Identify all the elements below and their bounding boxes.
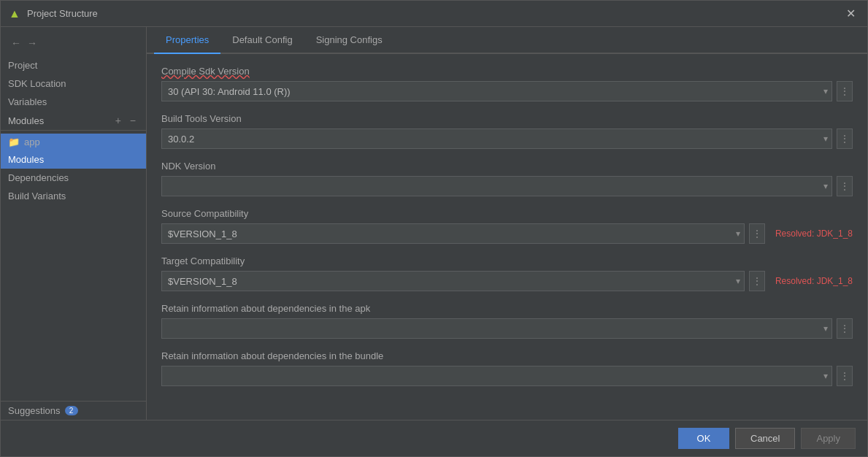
retain-apk-row: ▾ ⋮ (161, 318, 853, 339)
ndk-version-select[interactable] (161, 176, 832, 196)
compile-sdk-version-row: 30 (API 30: Android 11.0 (R)) ▾ ⋮ (161, 81, 853, 101)
build-tools-version-label: Build Tools Version (161, 113, 853, 124)
tab-signing-configs[interactable]: Signing Configs (304, 27, 394, 54)
close-button[interactable]: ✕ (842, 7, 860, 21)
modules-label: Modules (8, 154, 44, 165)
build-tools-version-row: 30.0.2 ▾ ⋮ (161, 128, 853, 149)
right-panel: Properties Default Config Signing Config… (147, 27, 867, 420)
module-app-entry[interactable]: 📁 app (1, 134, 146, 150)
suggestions-label: Suggestions (8, 405, 61, 416)
target-compatibility-group: Target Compatibility $VERSION_1_8 ▾ ⋮ Re… (161, 256, 853, 291)
ok-button[interactable]: OK (678, 428, 729, 449)
retain-apk-wrapper: ▾ (161, 318, 832, 339)
source-compatibility-action[interactable]: ⋮ (749, 223, 765, 244)
retain-bundle-label: Retain information about dependencies in… (161, 350, 853, 361)
retain-bundle-group: Retain information about dependencies in… (161, 350, 853, 386)
tab-content-properties: Compile Sdk Version 30 (API 30: Android … (147, 54, 867, 420)
target-compatibility-wrapper: $VERSION_1_8 ▾ (161, 271, 745, 291)
source-compatibility-select[interactable]: $VERSION_1_8 (161, 223, 745, 244)
compile-sdk-version-action[interactable]: ⋮ (837, 81, 853, 101)
project-label: Project (8, 60, 37, 71)
apply-button[interactable]: Apply (801, 428, 856, 449)
android-icon: ▲ (8, 7, 21, 20)
ndk-version-row: ▾ ⋮ (161, 176, 853, 196)
retain-bundle-wrapper: ▾ (161, 366, 832, 386)
module-app-label: app (24, 137, 40, 147)
build-tools-version-select[interactable]: 30.0.2 (161, 128, 832, 149)
compile-sdk-version-label: Compile Sdk Version (161, 66, 853, 77)
target-compatibility-select[interactable]: $VERSION_1_8 (161, 271, 745, 291)
build-tools-version-group: Build Tools Version 30.0.2 ▾ ⋮ (161, 113, 853, 149)
sidebar-item-dependencies[interactable]: Dependencies (1, 169, 146, 187)
sidebar-item-suggestions[interactable]: Suggestions 2 (1, 401, 146, 420)
modules-section-label: Modules (8, 115, 44, 126)
cancel-button[interactable]: Cancel (735, 428, 795, 449)
retain-bundle-action[interactable]: ⋮ (837, 366, 853, 386)
nav-back-button[interactable]: ← (8, 36, 24, 50)
add-module-button[interactable]: + (112, 114, 124, 127)
sdk-location-label: SDK Location (8, 78, 66, 89)
compile-sdk-version-group: Compile Sdk Version 30 (API 30: Android … (161, 66, 853, 101)
dependencies-label: Dependencies (8, 172, 69, 183)
target-compatibility-label: Target Compatibility (161, 256, 853, 266)
ndk-version-action[interactable]: ⋮ (837, 176, 853, 196)
target-compatibility-resolved: Resolved: JDK_1_8 (775, 276, 853, 286)
tab-properties[interactable]: Properties (154, 27, 220, 54)
retain-apk-group: Retain information about dependencies in… (161, 303, 853, 339)
dialog-title: Project Structure (27, 8, 842, 19)
retain-bundle-row: ▾ ⋮ (161, 366, 853, 386)
target-compatibility-action[interactable]: ⋮ (749, 271, 765, 291)
retain-apk-select[interactable] (161, 318, 832, 339)
sidebar: ← → Project SDK Location Variables Modul… (1, 27, 147, 420)
target-compatibility-row: $VERSION_1_8 ▾ ⋮ Resolved: JDK_1_8 (161, 271, 853, 291)
retain-apk-action[interactable]: ⋮ (837, 318, 853, 339)
suggestions-badge: 2 (65, 406, 78, 415)
tab-default-config[interactable]: Default Config (220, 27, 304, 54)
sidebar-item-modules[interactable]: Modules (1, 150, 146, 169)
build-tools-version-wrapper: 30.0.2 ▾ (161, 128, 832, 149)
sidebar-item-sdk-location[interactable]: SDK Location (1, 74, 146, 93)
ndk-version-label: NDK Version (161, 161, 853, 172)
main-content: ← → Project SDK Location Variables Modul… (1, 27, 867, 420)
remove-module-button[interactable]: − (127, 114, 139, 127)
retain-bundle-select[interactable] (161, 366, 832, 386)
app-folder-icon: 📁 (8, 137, 20, 147)
ndk-version-group: NDK Version ▾ ⋮ (161, 161, 853, 196)
retain-apk-label: Retain information about dependencies in… (161, 303, 853, 314)
project-structure-dialog: ▲ Project Structure ✕ ← → Project SDK Lo… (0, 0, 868, 457)
compile-sdk-version-select[interactable]: 30 (API 30: Android 11.0 (R)) (161, 81, 832, 101)
tabs-bar: Properties Default Config Signing Config… (147, 27, 867, 54)
source-compatibility-group: Source Compatibility $VERSION_1_8 ▾ ⋮ Re… (161, 208, 853, 244)
sidebar-item-project[interactable]: Project (1, 56, 146, 74)
build-tools-version-action[interactable]: ⋮ (837, 128, 853, 149)
sidebar-nav: ← → (1, 33, 146, 53)
modules-toolbar: + − (112, 114, 139, 127)
nav-forward-button[interactable]: → (24, 36, 40, 50)
source-compatibility-label: Source Compatibility (161, 208, 853, 219)
source-compatibility-row: $VERSION_1_8 ▾ ⋮ Resolved: JDK_1_8 (161, 223, 853, 244)
build-variants-label: Build Variants (8, 191, 66, 201)
title-bar: ▲ Project Structure ✕ (1, 1, 867, 27)
modules-header: Modules + − (1, 111, 146, 131)
source-compatibility-wrapper: $VERSION_1_8 ▾ (161, 223, 745, 244)
sidebar-item-variables[interactable]: Variables (1, 93, 146, 111)
bottom-bar: OK Cancel Apply (1, 420, 867, 456)
source-compatibility-resolved: Resolved: JDK_1_8 (775, 228, 853, 239)
sidebar-item-build-variants[interactable]: Build Variants (1, 187, 146, 205)
compile-sdk-version-wrapper: 30 (API 30: Android 11.0 (R)) ▾ (161, 81, 832, 101)
variables-label: Variables (8, 96, 47, 107)
ndk-version-wrapper: ▾ (161, 176, 832, 196)
